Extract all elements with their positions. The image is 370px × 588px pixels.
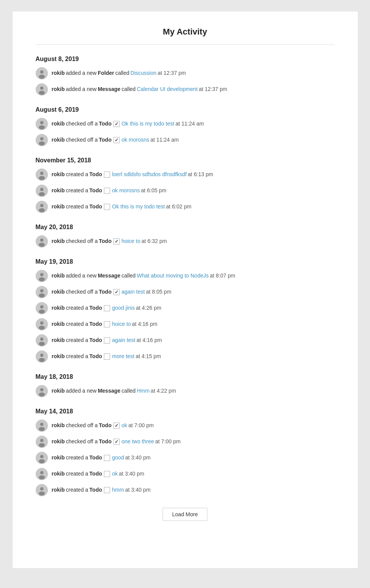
bold-word: Todo — [89, 304, 102, 312]
activity-link[interactable]: Hmm — [137, 387, 150, 395]
action-pre: created a — [66, 187, 88, 195]
action-pre: added a new — [66, 86, 97, 93]
svg-point-49 — [40, 439, 43, 442]
action-pre: created a — [66, 203, 88, 211]
bold-word: Todo — [89, 454, 102, 462]
timestamp: at 6:02 pm — [166, 203, 191, 211]
page-title: My Activity — [36, 27, 335, 37]
avatar — [36, 201, 48, 213]
activity-link[interactable]: Calendar UI development — [137, 86, 198, 93]
username: rokib — [52, 470, 65, 478]
action-pre: created a — [66, 304, 88, 312]
checkbox-empty — [104, 204, 110, 210]
activity-text: rokib checked off a Todo ok morosns at 1… — [52, 136, 179, 144]
username: rokib — [52, 353, 65, 360]
timestamp: at 11:24 am — [176, 120, 204, 128]
svg-point-32 — [39, 310, 45, 314]
username: rokib — [52, 337, 65, 344]
activity-item: rokib added a new Message called Calenda… — [36, 83, 335, 96]
bold-word: Todo — [99, 136, 112, 144]
activity-text: rokib created a Todo ok at 3:40 pm — [52, 470, 145, 478]
bold-word: Todo — [99, 438, 112, 446]
activity-link[interactable]: good jinis — [112, 304, 135, 312]
activity-item: rokib checked off a Todo ok at 7:00 pm — [36, 420, 335, 432]
avatar — [36, 168, 48, 181]
activity-link[interactable]: Ok this is my todo test — [112, 203, 165, 211]
action-mid: called — [115, 69, 130, 77]
action-pre: created a — [66, 320, 88, 328]
activity-link[interactable]: hmm — [112, 486, 124, 494]
activity-link[interactable]: hoice to — [122, 238, 140, 245]
activity-link[interactable]: ok — [122, 422, 127, 429]
username: rokib — [52, 387, 65, 395]
checkbox-empty — [104, 188, 110, 194]
bold-word: Message — [98, 86, 120, 93]
activity-item: rokib added a new Message called What ab… — [36, 270, 335, 282]
activity-text: rokib added a new Folder called Discussi… — [52, 69, 186, 77]
activity-item: rokib checked off a Todo Ok this is my t… — [36, 118, 335, 130]
svg-point-55 — [40, 471, 43, 474]
svg-point-20 — [39, 208, 45, 213]
timestamp: at 11:24 am — [150, 136, 179, 144]
username: rokib — [52, 486, 65, 494]
activity-link[interactable]: more test — [112, 353, 134, 360]
action-pre: checked off a — [66, 238, 98, 245]
avatar — [36, 318, 48, 330]
svg-point-52 — [40, 455, 43, 458]
activity-link[interactable]: one two three — [122, 438, 154, 446]
activity-text: rokib added a new Message called Hmm at … — [52, 387, 176, 395]
svg-point-31 — [40, 305, 43, 309]
username: rokib — [52, 120, 65, 128]
activity-item: rokib created a Todo hmm at 3:40 pm — [36, 484, 335, 496]
svg-point-58 — [40, 487, 43, 491]
activity-link[interactable]: ok morosns — [122, 136, 149, 144]
activity-link[interactable]: loerl sdldsfo sdfsdos dfnsdfksdf — [112, 171, 187, 178]
activity-item: rokib checked off a Todo hoice to at 6:3… — [36, 235, 335, 248]
activity-item: rokib checked off a Todo again test at 8… — [36, 286, 335, 298]
activity-link[interactable]: again test — [112, 337, 135, 344]
svg-point-10 — [40, 137, 43, 140]
avatar — [36, 385, 48, 397]
activity-link[interactable]: hoice to — [112, 320, 131, 328]
avatar — [36, 185, 48, 197]
activity-link[interactable]: Ok this is my todo test — [122, 120, 174, 128]
svg-point-13 — [40, 172, 43, 175]
svg-point-34 — [40, 321, 43, 325]
username: rokib — [52, 272, 65, 280]
username: rokib — [52, 422, 65, 429]
timestamp: at 4:16 pm — [132, 320, 157, 328]
username: rokib — [52, 69, 65, 77]
action-mid: called — [122, 86, 136, 93]
avatar — [36, 118, 48, 130]
date-heading-1: August 6, 2019 — [36, 106, 335, 113]
load-more-button[interactable]: Load More — [163, 508, 207, 521]
checkbox-checked — [113, 137, 120, 143]
activity-link[interactable]: ok — [112, 470, 118, 478]
action-pre: created a — [66, 486, 88, 494]
activity-link[interactable]: What about moving to NodeJs — [137, 272, 209, 280]
date-section-5: May 18, 2018 rokib added a new Message c… — [36, 373, 335, 397]
activity-text: rokib created a Todo more test at 4:15 p… — [52, 353, 161, 360]
username: rokib — [52, 187, 65, 195]
activity-text: rokib checked off a Todo again test at 8… — [52, 288, 171, 296]
action-pre: added a new — [66, 387, 97, 395]
action-pre: checked off a — [66, 422, 98, 429]
activity-text: rokib added a new Message called What ab… — [52, 272, 235, 280]
activity-link[interactable]: good — [112, 454, 124, 462]
activity-item: rokib created a Todo hoice to at 4:16 pm — [36, 318, 335, 330]
svg-point-14 — [39, 176, 45, 180]
activity-item: rokib created a Todo loerl sdldsfo sdfsd… — [36, 168, 335, 181]
activity-link[interactable]: Discussion — [130, 69, 156, 77]
activity-link[interactable]: again test — [122, 288, 145, 296]
bold-word: Todo — [99, 422, 112, 429]
bold-word: Message — [98, 387, 120, 395]
activity-text: rokib created a Todo ok morosns at 6:05 … — [52, 187, 166, 195]
svg-point-44 — [39, 393, 45, 397]
activity-text: rokib checked off a Todo one two three a… — [52, 438, 181, 446]
avatar — [36, 67, 48, 79]
activity-link[interactable]: ok morosns — [112, 187, 140, 195]
activity-item: rokib created a Todo more test at 4:15 p… — [36, 350, 335, 363]
activity-text: rokib created a Todo hmm at 3:40 pm — [52, 486, 151, 494]
timestamp: at 8:07 pm — [210, 272, 235, 280]
avatar — [36, 420, 48, 432]
